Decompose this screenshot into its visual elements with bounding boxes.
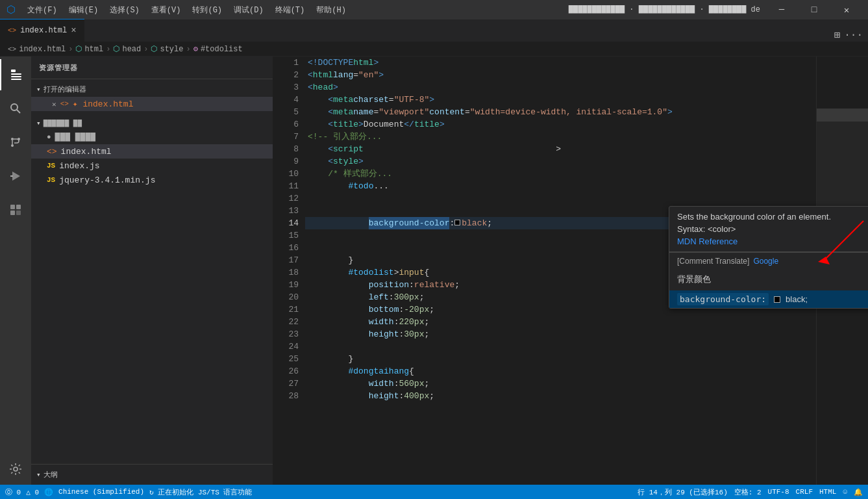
code-line-26: #dongtaihang{ xyxy=(305,365,803,377)
breadcrumb-filename[interactable]: index.html xyxy=(19,45,66,54)
hover-translated-text: 背景颜色 xyxy=(669,270,868,290)
line-num-14: 14 xyxy=(273,217,299,229)
breadcrumb-file-icon: <> xyxy=(8,45,16,53)
statusbar-encoding[interactable]: UTF-8 xyxy=(768,488,789,496)
statusbar-language-mode[interactable]: HTML xyxy=(819,488,836,496)
statusbar-errors[interactable]: ⓪ 0 xyxy=(5,487,21,497)
outline-header[interactable]: ▾ 大纲 xyxy=(31,467,273,482)
code-line-25: } xyxy=(305,353,803,365)
menu-terminal[interactable]: 终端(T) xyxy=(270,3,310,17)
google-translate-link[interactable]: Google xyxy=(753,257,778,266)
open-editors-section: ▾ 打开的编辑器 ✕ <> ✦ index.html xyxy=(31,79,273,114)
close-button[interactable]: ✕ xyxy=(832,0,862,19)
menu-debug[interactable]: 调试(D) xyxy=(229,3,269,17)
explorer-title: 资源管理器 xyxy=(31,57,273,79)
open-file-index-html-modified[interactable]: ✕ <> ✦ index.html xyxy=(31,97,273,111)
line-num-18: 18 xyxy=(273,266,299,279)
syntax-value: <color> xyxy=(708,224,736,234)
line-num-23: 23 xyxy=(273,328,299,340)
line-num-17: 17 xyxy=(273,254,299,266)
breadcrumb-sep-3: › xyxy=(143,45,148,54)
line-num-6: 6 xyxy=(273,118,299,131)
statusbar-warnings[interactable]: △ 0 xyxy=(26,488,39,496)
explorer-icon[interactable] xyxy=(0,59,31,90)
mdn-reference-link[interactable]: MDN Reference xyxy=(677,237,738,246)
more-actions-icon[interactable]: ··· xyxy=(844,29,863,41)
statusbar-language[interactable]: Chinese (Simplified) xyxy=(58,488,144,496)
activity-bar xyxy=(0,57,31,485)
menu-file[interactable]: 文件(F) xyxy=(22,3,62,17)
html-icon: <> xyxy=(60,100,69,108)
statusbar-line-ending[interactable]: CRLF xyxy=(796,488,813,496)
sidebar-item-index-html[interactable]: <> index.html xyxy=(31,144,273,159)
line-numbers: 1 2 3 4 5 6 7 8 9 10 11 12 13 14 15 16 1… xyxy=(273,57,305,485)
menu-select[interactable]: 选择(S) xyxy=(105,3,145,17)
blurred-name: ███ ████ xyxy=(55,133,95,142)
sidebar-item-index-js[interactable]: JS index.js xyxy=(31,159,273,173)
menu-help[interactable]: 帮助(H) xyxy=(311,3,351,17)
statusbar-position[interactable]: 行 14，列 29 (已选择16) xyxy=(638,487,728,497)
open-editors-label: 打开的编辑器 xyxy=(43,84,86,94)
menu-goto[interactable]: 转到(G) xyxy=(187,3,227,17)
hover-syntax: Syntax: <color> xyxy=(677,224,868,234)
window-title: ████████████ · ████████████ · ████████ d… xyxy=(569,5,760,14)
search-icon[interactable] xyxy=(0,93,31,124)
settings-icon[interactable] xyxy=(0,454,31,485)
window-controls: ─ □ ✕ xyxy=(767,0,862,19)
svg-line-5 xyxy=(17,110,20,113)
extensions-icon[interactable] xyxy=(0,194,31,225)
statusbar-bell-icon[interactable]: 🔔 xyxy=(854,488,863,496)
split-editor-icon[interactable]: ⊞ xyxy=(834,29,841,42)
line-num-11: 11 xyxy=(273,180,299,192)
open-editors-header[interactable]: ▾ 打开的编辑器 xyxy=(31,82,273,97)
source-control-icon[interactable] xyxy=(0,127,31,158)
statusbar-language-icon[interactable]: 🌐 xyxy=(44,488,53,496)
breadcrumb-head[interactable]: head xyxy=(122,45,141,54)
hover-popup-content: Sets the background color of an element.… xyxy=(669,207,868,252)
breadcrumb-style[interactable]: style xyxy=(160,45,183,54)
code-line-6: <title>Document</title> xyxy=(305,118,803,131)
menu-view[interactable]: 查看(V) xyxy=(146,3,186,17)
svg-point-7 xyxy=(11,144,14,147)
project-header[interactable]: ▾ ██████ ██ xyxy=(31,116,273,130)
svg-rect-1 xyxy=(11,73,21,75)
line-num-25: 25 xyxy=(273,353,299,365)
color-swatch-small xyxy=(774,296,780,303)
code-line-7: <!-- 引入部分... xyxy=(305,131,803,143)
breadcrumb-style-icon: ⬡ xyxy=(151,44,157,54)
index-js-label: index.js xyxy=(59,161,99,171)
line-num-16: 16 xyxy=(273,242,299,254)
line-num-10: 10 xyxy=(273,168,299,180)
statusbar-spaces[interactable]: 空格: 2 xyxy=(734,487,762,497)
autocomplete-suggestion[interactable]: background-color: black; xyxy=(669,290,868,308)
statusbar-left: ⓪ 0 △ 0 🌐 Chinese (Simplified) ↻ 正在初始化 J… xyxy=(5,487,253,497)
line-num-8: 8 xyxy=(273,143,299,155)
breadcrumb-todolist[interactable]: #todolist xyxy=(201,45,243,54)
code-line-12 xyxy=(305,192,803,205)
menu-edit[interactable]: 编辑(E) xyxy=(64,3,104,17)
code-line-27: width: 560px; xyxy=(305,377,803,390)
sidebar-item-jquery[interactable]: JS jquery-3.4.1.min.js xyxy=(31,173,273,187)
debug-icon[interactable] xyxy=(0,160,31,192)
tab-index-html[interactable]: <> index.html × xyxy=(0,19,84,42)
window-title-area: ████████████ · ████████████ · ████████ d… xyxy=(569,5,760,14)
line-num-9: 9 xyxy=(273,155,299,168)
vscode-logo: ⬡ xyxy=(6,3,16,16)
line-num-15: 15 xyxy=(273,229,299,242)
line-num-2: 2 xyxy=(273,69,299,81)
html-file-icon: <> xyxy=(8,27,16,34)
maximize-button[interactable]: □ xyxy=(799,0,829,19)
statusbar-feedback-icon[interactable]: ☺ xyxy=(843,488,847,496)
sidebar-item-blurred[interactable]: ● ███ ████ xyxy=(31,130,273,144)
breadcrumb-todolist-icon: ⚙ xyxy=(193,44,198,54)
code-line-10: /* 样式部分... xyxy=(305,168,803,180)
tab-bar: <> index.html × ⊞ ··· xyxy=(0,19,868,42)
svg-point-15 xyxy=(14,467,18,471)
index-html-label: index.html xyxy=(61,147,112,157)
code-line-28: height: 400px; xyxy=(305,390,803,402)
breadcrumb-html[interactable]: html xyxy=(84,45,103,54)
code-line-23: height: 30px; xyxy=(305,328,803,340)
tab-close-button[interactable]: × xyxy=(71,26,76,35)
close-icon[interactable]: ✕ xyxy=(52,100,56,109)
minimize-button[interactable]: ─ xyxy=(767,0,797,19)
